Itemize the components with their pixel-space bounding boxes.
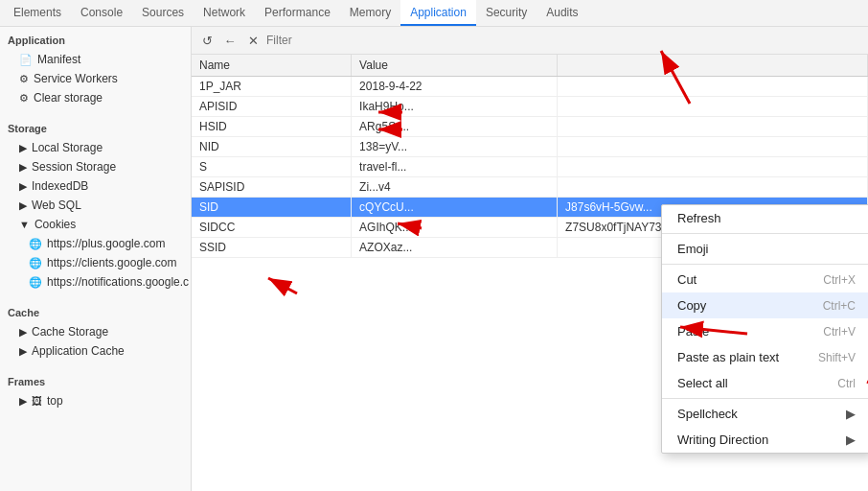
devtools-tabs: Elements Console Sources Network Perform… xyxy=(0,0,868,27)
back-button[interactable]: ← xyxy=(220,31,240,50)
section-application: Application xyxy=(0,27,191,50)
top-label: top xyxy=(47,394,63,408)
content-panel: ↺ ← ✕ Name Value 1P_JAR xyxy=(192,27,868,491)
context-menu-writing-direction[interactable]: Writing Direction ▶ xyxy=(662,427,868,453)
sidebar-item-cookie-site-3[interactable]: 🌐 https://notifications.google.c xyxy=(0,272,191,292)
cell-extra xyxy=(558,157,868,177)
filter-input[interactable] xyxy=(266,34,862,47)
expand-icon4: ▶ xyxy=(19,199,27,212)
cell-value: travel-fl... xyxy=(352,157,558,177)
tab-sources[interactable]: Sources xyxy=(132,0,194,26)
tab-security[interactable]: Security xyxy=(476,0,537,26)
tab-network[interactable]: Network xyxy=(194,0,255,26)
separator-3 xyxy=(662,398,868,399)
application-cache-label: Application Cache xyxy=(32,344,125,358)
context-menu-select-all[interactable]: Select all Ctrl xyxy=(662,370,868,396)
sidebar-item-session-storage[interactable]: ▶ Session Storage xyxy=(0,157,191,176)
separator-1 xyxy=(662,233,868,234)
service-workers-label: Service Workers xyxy=(34,72,118,85)
cut-shortcut: Ctrl+X xyxy=(823,273,856,287)
cell-value: 138=yV... xyxy=(352,137,558,157)
cell-name: S xyxy=(192,157,352,177)
sidebar-item-indexed-db[interactable]: ▶ IndexedDB xyxy=(0,176,191,196)
globe-icon3: 🌐 xyxy=(29,276,42,289)
expand-icon2: ▶ xyxy=(19,161,27,174)
col-extra xyxy=(558,55,868,77)
context-select-all-label: Select all xyxy=(677,376,728,390)
table-row[interactable]: S travel-fl... xyxy=(192,157,868,177)
tab-memory[interactable]: Memory xyxy=(340,0,400,26)
cell-name: 1P_JAR xyxy=(192,77,352,97)
spellcheck-arrow: ▶ xyxy=(846,407,856,421)
sidebar-item-cookie-site-1[interactable]: 🌐 https://plus.google.com xyxy=(0,234,191,253)
context-menu-cut[interactable]: Cut Ctrl+X xyxy=(662,267,868,292)
context-emoji-label: Emoji xyxy=(677,242,709,256)
cell-name: SIDCC xyxy=(192,218,352,238)
sidebar-item-cookie-site-2[interactable]: 🌐 https://clients.google.com xyxy=(0,253,191,272)
copy-shortcut: Ctrl+C xyxy=(823,299,856,313)
table-row[interactable]: APISID IkaH9Ho... xyxy=(192,97,868,117)
cookie-site-3: https://notifications.google.c xyxy=(47,275,189,289)
table-row[interactable]: HSID ARg5S-... xyxy=(192,117,868,137)
tab-application[interactable]: Application xyxy=(400,0,476,26)
table-row[interactable]: 1P_JAR 2018-9-4-22 xyxy=(192,77,868,97)
paste-shortcut: Ctrl+V xyxy=(823,325,856,339)
expand-icon8: ▶ xyxy=(19,395,27,408)
clear-icon: ⚙ xyxy=(19,92,29,105)
context-copy-label: Copy xyxy=(677,298,706,313)
cell-value: cQYCcU... xyxy=(352,198,558,218)
col-name: Name xyxy=(192,55,352,77)
sidebar-item-web-sql[interactable]: ▶ Web SQL xyxy=(0,196,191,215)
context-menu-paste-plain[interactable]: Paste as plain text Shift+V xyxy=(662,344,868,370)
context-spellcheck-label: Spellcheck xyxy=(677,407,738,421)
context-menu-spellcheck[interactable]: Spellcheck ▶ xyxy=(662,401,868,427)
context-menu-copy[interactable]: Copy Ctrl+C xyxy=(662,292,868,318)
context-writing-dir-label: Writing Direction xyxy=(677,433,768,447)
tab-audits[interactable]: Audits xyxy=(537,0,587,26)
tab-performance[interactable]: Performance xyxy=(255,0,340,26)
expand-icon5: ▼ xyxy=(19,219,30,230)
cell-extra xyxy=(558,97,868,117)
sidebar: Application 📄 Manifest ⚙ Service Workers… xyxy=(0,27,192,491)
cell-value: AGIhQK... xyxy=(352,218,558,238)
context-paste-label: Paste xyxy=(677,324,709,339)
context-cut-label: Cut xyxy=(677,272,697,287)
sidebar-item-application-cache[interactable]: ▶ Application Cache xyxy=(0,341,191,361)
sidebar-item-local-storage[interactable]: ▶ Local Storage xyxy=(0,138,191,157)
cell-name: APISID xyxy=(192,97,352,117)
expand-icon7: ▶ xyxy=(19,345,27,358)
gear-icon: ⚙ xyxy=(19,73,29,85)
tab-console[interactable]: Console xyxy=(71,0,132,26)
sidebar-item-clear-storage[interactable]: ⚙ Clear storage xyxy=(0,88,191,107)
web-sql-label: Web SQL xyxy=(32,199,81,212)
cookies-label: Cookies xyxy=(34,218,76,231)
context-paste-plain-label: Paste as plain text xyxy=(677,350,779,364)
refresh-button[interactable]: ↺ xyxy=(197,31,217,50)
tab-elements[interactable]: Elements xyxy=(4,0,71,26)
expand-icon6: ▶ xyxy=(19,326,27,339)
table-row[interactable]: NID 138=yV... xyxy=(192,137,868,157)
section-storage: Storage xyxy=(0,115,191,138)
section-cache: Cache xyxy=(0,299,191,322)
context-menu-refresh[interactable]: Refresh xyxy=(662,205,868,231)
paste-plain-shortcut: Shift+V xyxy=(818,351,856,364)
cell-value: IkaH9Ho... xyxy=(352,97,558,117)
sidebar-item-cache-storage[interactable]: ▶ Cache Storage xyxy=(0,322,191,341)
local-storage-label: Local Storage xyxy=(32,141,103,154)
context-menu-paste[interactable]: Paste Ctrl+V xyxy=(662,318,868,344)
sidebar-item-service-workers[interactable]: ⚙ Service Workers xyxy=(0,69,191,88)
manifest-label: Manifest xyxy=(37,53,80,66)
context-menu-emoji[interactable]: Emoji xyxy=(662,236,868,262)
cell-extra xyxy=(558,177,868,198)
clear-storage-label: Clear storage xyxy=(34,91,103,105)
table-row[interactable]: SAPISID Zi...v4 xyxy=(192,177,868,198)
cell-extra xyxy=(558,137,868,157)
sidebar-item-top[interactable]: ▶ 🖼 top xyxy=(0,391,191,410)
sidebar-item-cookies[interactable]: ▼ Cookies xyxy=(0,215,191,234)
clear-button[interactable]: ✕ xyxy=(243,31,263,50)
cell-value: Zi...v4 xyxy=(352,177,558,198)
writing-dir-arrow: ▶ xyxy=(846,433,856,447)
sidebar-item-manifest[interactable]: 📄 Manifest xyxy=(0,50,191,69)
cell-name: SSID xyxy=(192,238,352,258)
context-menu: Refresh Emoji Cut Ctrl+X Copy Ctrl+C Pas… xyxy=(661,204,868,454)
